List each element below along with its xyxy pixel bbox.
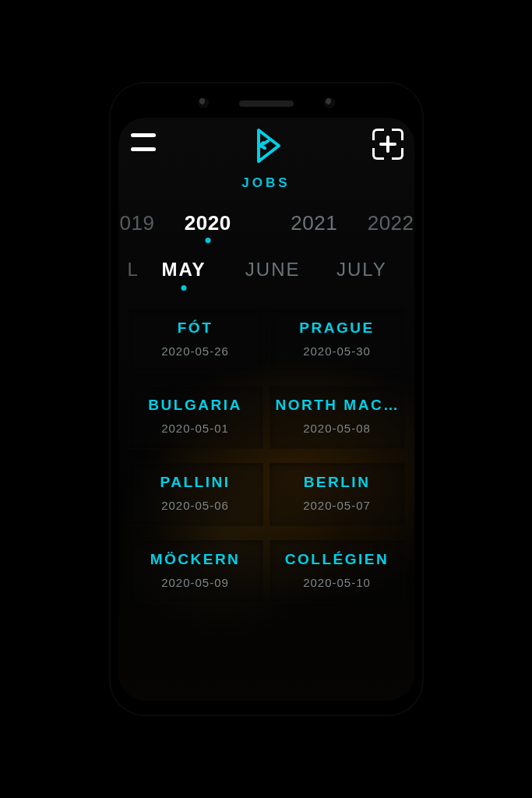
job-card[interactable]: COLLÉGIEN 2020-05-10: [270, 540, 405, 603]
job-name: PRAGUE: [276, 320, 399, 337]
selected-dot-icon: [181, 285, 186, 291]
month-option[interactable]: JUNE: [228, 259, 317, 281]
page-title: JOBS: [118, 175, 414, 191]
job-card[interactable]: BULGARIA 2020-05-01: [128, 386, 263, 449]
menu-icon: [131, 133, 156, 137]
month-option-prev[interactable]: L: [126, 259, 139, 281]
year-option[interactable]: 2021: [261, 211, 368, 235]
bracket-icon: [392, 129, 403, 140]
job-date: 2020-05-09: [134, 576, 257, 589]
selected-dot-icon: [205, 238, 210, 243]
month-label: MAY: [161, 259, 206, 280]
job-date: 2020-05-01: [134, 422, 257, 435]
job-card[interactable]: FÓT 2020-05-26: [128, 309, 263, 372]
job-grid: FÓT 2020-05-26 PRAGUE 2020-05-30 BULGARI…: [118, 288, 414, 606]
bracket-icon: [372, 148, 384, 160]
app-logo-icon: [245, 124, 288, 168]
job-name: COLLÉGIEN: [276, 551, 399, 568]
bracket-icon: [392, 148, 403, 160]
job-date: 2020-05-30: [276, 344, 399, 358]
year-label: 2020: [185, 211, 231, 235]
job-name: MÖCKERN: [134, 551, 257, 568]
job-date: 2020-05-06: [134, 499, 257, 512]
job-name: BULGARIA: [134, 397, 257, 414]
job-card[interactable]: BERLIN 2020-05-07: [270, 463, 405, 526]
header: JOBS: [118, 118, 414, 192]
phone-speaker: [239, 101, 294, 107]
add-button[interactable]: [372, 129, 403, 160]
job-name: NORTH MAC…: [276, 397, 399, 414]
year-option-prev[interactable]: 019: [118, 211, 155, 235]
phone-frame: JOBS 019 2020 2021 2022 L MAY JUNE JULY: [111, 83, 422, 715]
month-row[interactable]: L MAY JUNE JULY: [118, 259, 414, 288]
year-option[interactable]: 2022: [368, 211, 414, 235]
job-name: PALLINI: [134, 474, 257, 491]
job-name: FÓT: [134, 320, 257, 337]
year-row[interactable]: 019 2020 2021 2022: [118, 211, 414, 259]
job-name: BERLIN: [276, 474, 399, 491]
menu-button[interactable]: [129, 132, 157, 155]
job-card[interactable]: NORTH MAC… 2020-05-08: [270, 386, 405, 449]
job-card[interactable]: PALLINI 2020-05-06: [128, 463, 263, 526]
job-date: 2020-05-26: [134, 344, 257, 358]
phone-camera-right: [324, 97, 335, 108]
date-picker: 019 2020 2021 2022 L MAY JUNE JULY: [118, 192, 414, 288]
job-date: 2020-05-07: [276, 499, 399, 512]
job-date: 2020-05-08: [276, 422, 399, 435]
menu-icon: [131, 147, 156, 151]
job-card[interactable]: MÖCKERN 2020-05-09: [128, 540, 263, 603]
month-option[interactable]: MAY: [139, 259, 228, 281]
job-date: 2020-05-10: [276, 576, 399, 589]
job-card[interactable]: PRAGUE 2020-05-30: [270, 309, 405, 372]
year-option[interactable]: 2020: [154, 211, 261, 235]
app-screen: JOBS 019 2020 2021 2022 L MAY JUNE JULY: [118, 118, 414, 701]
month-option[interactable]: JULY: [317, 259, 406, 281]
phone-camera-left: [198, 97, 209, 108]
bracket-icon: [372, 129, 384, 140]
